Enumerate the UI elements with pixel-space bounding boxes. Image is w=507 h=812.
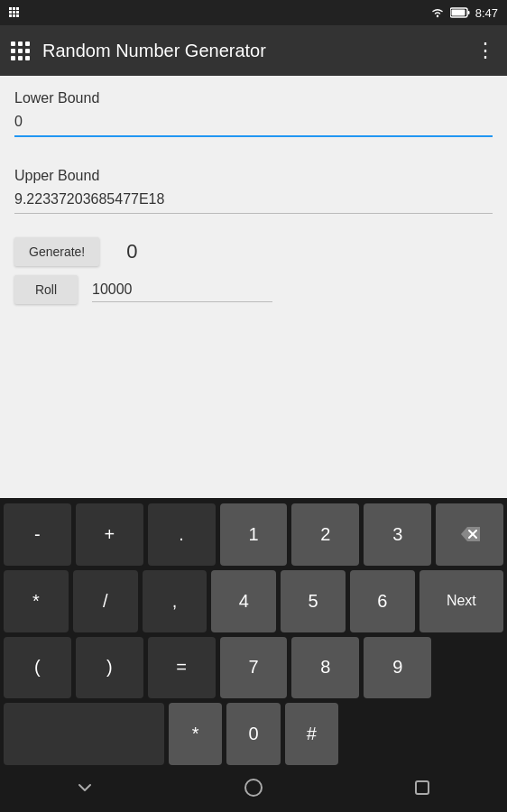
key-7[interactable]: 7 <box>220 637 288 699</box>
back-icon[interactable] <box>74 777 96 804</box>
key-hash[interactable]: # <box>285 703 338 765</box>
upper-bound-input[interactable] <box>14 188 493 214</box>
key-blank-left <box>4 703 164 765</box>
key-equals[interactable]: = <box>148 637 216 699</box>
upper-bound-label: Upper Bound <box>14 168 493 184</box>
home-icon[interactable] <box>243 777 264 804</box>
key-4[interactable]: 4 <box>211 570 276 632</box>
roll-row: Roll <box>14 275 493 304</box>
svg-point-0 <box>436 15 438 17</box>
key-plus[interactable]: + <box>76 503 143 566</box>
key-8[interactable]: 8 <box>291 637 359 699</box>
app-logo-icon <box>11 42 30 60</box>
key-dot[interactable]: . <box>148 503 216 566</box>
recent-apps-icon[interactable] <box>411 777 433 804</box>
key-divide[interactable]: / <box>73 570 138 632</box>
key-close-paren[interactable]: ) <box>76 637 143 699</box>
key-5[interactable]: 5 <box>281 570 346 632</box>
key-2[interactable]: 2 <box>291 503 359 566</box>
keyboard-row-2: * / , 4 5 6 Next <box>4 570 503 632</box>
key-6[interactable]: 6 <box>350 570 415 632</box>
status-left <box>9 7 20 18</box>
roll-button[interactable]: Roll <box>14 275 78 304</box>
keyboard-row-3: ( ) = 7 8 9 <box>4 637 503 699</box>
app-bar: Random Number Generator ⋮ <box>0 25 507 76</box>
lower-bound-section: Lower Bound <box>14 90 493 153</box>
keyboard-rows: - + . 1 2 3 * / , 4 5 6 Next <box>0 498 507 769</box>
key-minus[interactable]: - <box>4 503 71 566</box>
app-title: Random Number Generator <box>42 41 463 61</box>
key-star[interactable]: * <box>169 703 222 765</box>
nav-bar <box>0 769 507 812</box>
next-button[interactable]: Next <box>419 570 503 632</box>
key-comma[interactable]: , <box>143 570 207 632</box>
keyboard-row-1: - + . 1 2 3 <box>4 503 503 566</box>
upper-bound-section: Upper Bound <box>14 168 493 230</box>
time: 8:47 <box>475 6 498 20</box>
actions-row: Generate! 0 <box>14 237 493 266</box>
key-0[interactable]: 0 <box>226 703 280 765</box>
lower-bound-label: Lower Bound <box>14 90 493 106</box>
svg-rect-3 <box>451 10 465 16</box>
key-1[interactable]: 1 <box>220 503 288 566</box>
key-3[interactable]: 3 <box>364 503 431 566</box>
generate-button[interactable]: Generate! <box>14 237 99 266</box>
keyboard: - + . 1 2 3 * / , 4 5 6 Next <box>0 498 507 769</box>
svg-point-6 <box>245 780 262 796</box>
svg-rect-2 <box>467 11 469 14</box>
more-vert-icon[interactable]: ⋮ <box>475 39 496 62</box>
wifi-icon <box>430 7 445 18</box>
lower-bound-input[interactable] <box>14 110 493 137</box>
status-right: 8:47 <box>430 6 498 20</box>
key-multiply[interactable]: * <box>4 570 69 632</box>
key-open-paren[interactable]: ( <box>4 637 71 699</box>
backspace-icon <box>459 526 481 542</box>
result-value: 0 <box>126 240 137 263</box>
roll-input[interactable] <box>92 278 272 302</box>
key-9[interactable]: 9 <box>364 637 431 699</box>
status-bar: 8:47 <box>0 0 507 25</box>
notification-icons <box>9 7 20 18</box>
battery-icon <box>450 7 470 18</box>
keyboard-row-4: * 0 # <box>4 703 503 765</box>
main-content: Lower Bound Upper Bound Generate! 0 Roll <box>0 76 507 498</box>
backspace-key[interactable] <box>436 503 503 566</box>
svg-rect-7 <box>416 781 429 794</box>
